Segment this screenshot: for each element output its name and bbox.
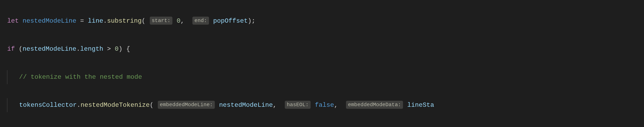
code-line[interactable]: tokensCollector.nestedModeTokenize( embe…: [7, 98, 637, 112]
code-line[interactable]: }: [7, 126, 637, 127]
number-zero: 0: [176, 17, 180, 25]
identifier-tokensCollector: tokensCollector: [19, 101, 77, 109]
identifier-line: line: [88, 17, 103, 25]
code-line[interactable]: if (nestedModeLine.length > 0) {: [7, 42, 637, 56]
comma: ,: [334, 101, 342, 109]
property-length: length: [80, 45, 103, 53]
operator-gt: >: [103, 45, 115, 53]
inlay-hint-embeddedModeLine[interactable]: embeddedModeLine:: [158, 101, 215, 109]
lparen: (: [150, 101, 154, 109]
identifier-nestedModeLine: nestedModeLine: [219, 101, 273, 109]
lparen: (: [15, 45, 22, 53]
inlay-hint-hasEOL[interactable]: hasEOL:: [285, 101, 310, 109]
identifier-nestedModeLine: nestedModeLine: [22, 45, 76, 53]
method-nestedModeTokenize: nestedModeTokenize: [80, 101, 150, 109]
keyword-if: if: [7, 45, 15, 53]
code-line[interactable]: // tokenize with the nested mode: [7, 70, 637, 84]
method-substring: substring: [107, 17, 142, 25]
lparen: (: [142, 17, 146, 25]
code-editor[interactable]: let nestedModeLine = line.substring( sta…: [0, 0, 644, 127]
number-zero: 0: [115, 45, 118, 53]
dot: .: [103, 17, 107, 25]
keyword-let: let: [7, 17, 19, 25]
dot: .: [77, 101, 80, 109]
comma: ,: [180, 17, 188, 25]
inlay-hint-end[interactable]: end:: [192, 17, 209, 25]
identifier-lineSta: lineSta: [407, 101, 434, 109]
variable-nestedModeLine: nestedModeLine: [22, 17, 76, 25]
indent-guide: [7, 98, 19, 112]
inlay-hint-start[interactable]: start:: [150, 17, 172, 25]
indent-guide: [7, 70, 19, 84]
operator-equals: =: [76, 17, 88, 25]
rparen-brace: ) {: [118, 45, 130, 53]
boolean-false: false: [315, 101, 334, 109]
code-line[interactable]: let nestedModeLine = line.substring( sta…: [7, 14, 637, 28]
comment: // tokenize with the nested mode: [19, 73, 142, 81]
rparen-semi: );: [248, 17, 256, 25]
comma: ,: [273, 101, 280, 109]
dot: .: [76, 45, 80, 53]
identifier-popOffset: popOffset: [213, 17, 248, 25]
inlay-hint-embeddedModeData[interactable]: embeddedModeData:: [346, 101, 403, 109]
